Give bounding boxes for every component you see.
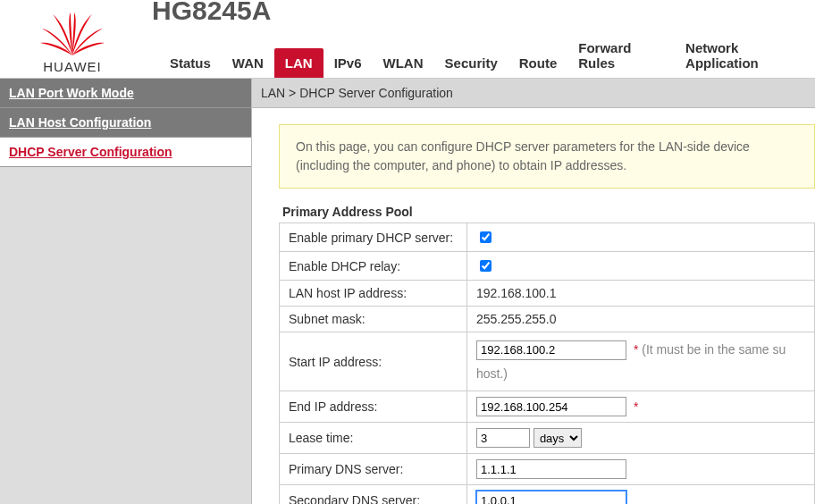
label-subnet-mask: Subnet mask:	[280, 307, 467, 332]
nav-forward-rules[interactable]: Forward Rules	[567, 33, 675, 78]
page: On this page, you can configure DHCP ser…	[252, 108, 815, 504]
value-lan-host-ip: 192.168.100.1	[467, 281, 815, 307]
huawei-logo-icon	[40, 13, 105, 57]
row-lan-host-ip: LAN host IP address: 192.168.100.1	[280, 281, 815, 307]
label-secondary-dns: Secondary DNS server:	[280, 485, 467, 504]
model-title: HG8245A	[152, 0, 815, 26]
label-enable-relay: Enable DHCP relay:	[280, 252, 467, 281]
section-title: Primary Address Pool	[282, 205, 815, 219]
required-marker: *	[634, 399, 638, 414]
sidebar: LAN Port Work Mode LAN Host Configuratio…	[0, 79, 252, 504]
dhcp-form-table: Enable primary DHCP server: Enable DHCP …	[279, 223, 815, 504]
label-enable-primary: Enable primary DHCP server:	[280, 223, 467, 252]
input-start-ip[interactable]	[476, 340, 626, 360]
header: HUAWEI HG8245A Status WAN LAN IPv6 WLAN …	[0, 0, 815, 79]
checkbox-enable-primary[interactable]	[480, 231, 492, 243]
nav-status[interactable]: Status	[159, 48, 222, 78]
brand-name: HUAWEI	[0, 59, 145, 74]
input-lease-time[interactable]	[476, 428, 530, 448]
input-secondary-dns[interactable]	[476, 491, 626, 504]
nav-wan[interactable]: WAN	[222, 48, 274, 78]
input-end-ip[interactable]	[476, 397, 626, 416]
nav-network-application[interactable]: Network Application	[675, 33, 815, 78]
select-lease-unit[interactable]: days	[534, 428, 582, 448]
nav-lan[interactable]: LAN	[274, 48, 323, 78]
input-primary-dns[interactable]	[476, 459, 626, 479]
info-banner: On this page, you can configure DHCP ser…	[279, 124, 815, 189]
checkbox-enable-relay[interactable]	[480, 260, 492, 272]
main-nav: Status WAN LAN IPv6 WLAN Security Route …	[159, 33, 815, 78]
row-subnet-mask: Subnet mask: 255.255.255.0	[280, 307, 815, 332]
value-subnet-mask: 255.255.255.0	[467, 307, 815, 332]
nav-wlan[interactable]: WLAN	[373, 48, 434, 78]
row-lease-time: Lease time: days	[280, 423, 815, 454]
body: LAN Port Work Mode LAN Host Configuratio…	[0, 79, 815, 504]
content: LAN > DHCP Server Configuration On this …	[252, 79, 815, 504]
row-enable-primary: Enable primary DHCP server:	[280, 223, 815, 252]
label-lan-host-ip: LAN host IP address:	[280, 281, 467, 307]
row-end-ip: End IP address: *	[280, 391, 815, 423]
sidebar-item-dhcp-server-configuration[interactable]: DHCP Server Configuration	[0, 138, 251, 167]
sidebar-item-lan-host-configuration[interactable]: LAN Host Configuration	[0, 108, 251, 138]
hint-start-ip-1: (It must be in the same su	[642, 342, 786, 357]
row-secondary-dns: Secondary DNS server:	[280, 485, 815, 504]
required-marker: *	[634, 342, 638, 357]
breadcrumb: LAN > DHCP Server Configuration	[252, 79, 815, 108]
nav-security[interactable]: Security	[434, 48, 508, 78]
hint-start-ip-2: host.)	[476, 366, 508, 381]
label-lease-time: Lease time:	[280, 423, 467, 454]
title-nav: HG8245A Status WAN LAN IPv6 WLAN Securit…	[145, 0, 815, 78]
label-end-ip: End IP address:	[280, 391, 467, 423]
logo-block: HUAWEI	[0, 7, 145, 78]
nav-route[interactable]: Route	[508, 48, 568, 78]
row-primary-dns: Primary DNS server:	[280, 454, 815, 485]
row-enable-relay: Enable DHCP relay:	[280, 252, 815, 281]
label-start-ip: Start IP address:	[280, 332, 467, 391]
sidebar-item-lan-port-work-mode[interactable]: LAN Port Work Mode	[0, 79, 251, 108]
label-primary-dns: Primary DNS server:	[280, 454, 467, 485]
row-start-ip: Start IP address: * (It must be in the s…	[280, 332, 815, 391]
nav-ipv6[interactable]: IPv6	[323, 48, 373, 78]
